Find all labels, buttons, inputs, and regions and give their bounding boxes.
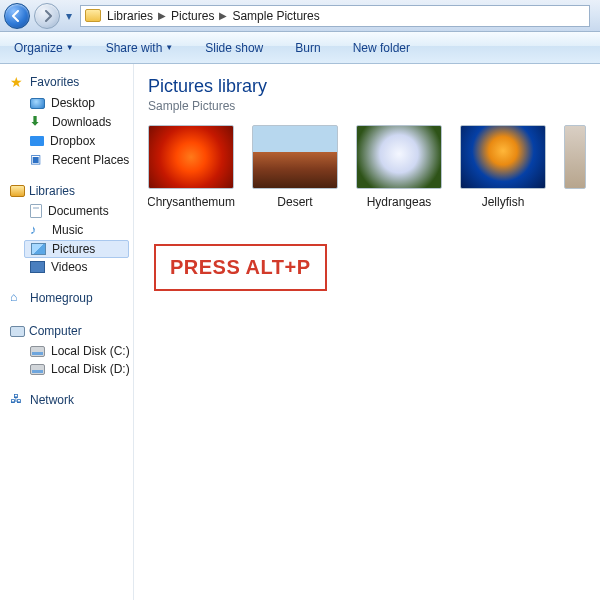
videos-icon: [30, 261, 45, 273]
nav-group-label: Homegroup: [30, 291, 93, 305]
instruction-overlay: PRESS ALT+P: [154, 244, 327, 291]
file-name: Hydrangeas: [367, 195, 432, 209]
nav-item-videos[interactable]: Videos: [0, 258, 133, 276]
nav-item-pictures[interactable]: Pictures: [24, 240, 129, 258]
organize-button[interactable]: Organize ▼: [10, 38, 78, 58]
music-icon: ♪: [30, 222, 46, 238]
slideshow-button[interactable]: Slide show: [201, 38, 267, 58]
library-title: Pictures library: [148, 76, 586, 97]
file-name: Jellyfish: [482, 195, 525, 209]
nav-history-dropdown[interactable]: ▾: [64, 9, 74, 23]
nav-item-music[interactable]: ♪Music: [0, 220, 133, 240]
nav-item-recent-places[interactable]: ▣Recent Places: [0, 150, 133, 170]
thumbnail-image: [148, 125, 234, 189]
breadcrumb[interactable]: Libraries▶ Pictures▶ Sample Pictures: [107, 9, 320, 23]
file-item-hydrangeas[interactable]: Hydrangeas: [356, 125, 442, 209]
address-bar[interactable]: Libraries▶ Pictures▶ Sample Pictures: [80, 5, 590, 27]
navigation-pane: ★ Favorites Desktop ⬇Downloads Dropbox ▣…: [0, 64, 134, 600]
address-bar-row: ▾ Libraries▶ Pictures▶ Sample Pictures: [0, 0, 600, 32]
burn-button[interactable]: Burn: [291, 38, 324, 58]
nav-group-favorites[interactable]: ★ Favorites: [0, 70, 133, 94]
new-folder-button[interactable]: New folder: [349, 38, 414, 58]
homegroup-icon: ⌂: [10, 290, 26, 306]
command-toolbar: Organize ▼ Share with ▼ Slide show Burn …: [0, 32, 600, 64]
chevron-down-icon: ▼: [66, 43, 74, 52]
network-icon: 🖧: [10, 392, 26, 408]
folder-icon: [85, 9, 101, 22]
thumbnail-image: [460, 125, 546, 189]
dropbox-icon: [30, 136, 44, 146]
share-with-button[interactable]: Share with ▼: [102, 38, 178, 58]
pictures-icon: [31, 243, 46, 255]
nav-group-label: Network: [30, 393, 74, 407]
chevron-right-icon: ▶: [214, 10, 232, 21]
disk-icon: [30, 346, 45, 357]
documents-icon: [30, 204, 42, 218]
nav-group-label: Libraries: [29, 184, 75, 198]
libraries-icon: [10, 185, 25, 197]
download-icon: ⬇: [30, 114, 46, 130]
nav-item-dropbox[interactable]: Dropbox: [0, 132, 133, 150]
desktop-icon: [30, 98, 45, 109]
nav-item-documents[interactable]: Documents: [0, 202, 133, 220]
breadcrumb-seg[interactable]: Libraries: [107, 9, 153, 23]
nav-item-downloads[interactable]: ⬇Downloads: [0, 112, 133, 132]
nav-item-disk-c[interactable]: Local Disk (C:): [0, 342, 133, 360]
file-item-chrysanthemum[interactable]: Chrysanthemum: [148, 125, 234, 209]
nav-item-disk-d[interactable]: Local Disk (D:): [0, 360, 133, 378]
thumbnail-grid: Chrysanthemum Desert Hydrangeas Jellyfis…: [148, 125, 586, 209]
nav-group-label: Favorites: [30, 75, 79, 89]
chevron-down-icon: ▼: [165, 43, 173, 52]
thumbnail-image: [252, 125, 338, 189]
recent-places-icon: ▣: [30, 152, 46, 168]
nav-group-libraries[interactable]: Libraries: [0, 180, 133, 202]
thumbnail-image: [564, 125, 586, 189]
nav-group-network[interactable]: 🖧 Network: [0, 388, 133, 412]
file-item-partial[interactable]: [564, 125, 586, 189]
content-pane: Pictures library Sample Pictures Chrysan…: [134, 64, 600, 600]
chevron-right-icon: ▶: [153, 10, 171, 21]
thumbnail-image: [356, 125, 442, 189]
nav-item-desktop[interactable]: Desktop: [0, 94, 133, 112]
breadcrumb-seg[interactable]: Pictures: [171, 9, 214, 23]
nav-group-label: Computer: [29, 324, 82, 338]
breadcrumb-seg[interactable]: Sample Pictures: [232, 9, 319, 23]
computer-icon: [10, 326, 25, 337]
nav-forward-button[interactable]: [34, 3, 60, 29]
star-icon: ★: [10, 74, 26, 90]
nav-group-computer[interactable]: Computer: [0, 320, 133, 342]
file-item-jellyfish[interactable]: Jellyfish: [460, 125, 546, 209]
disk-icon: [30, 364, 45, 375]
nav-back-button[interactable]: [4, 3, 30, 29]
library-subtitle: Sample Pictures: [148, 99, 586, 113]
file-name: Desert: [277, 195, 312, 209]
nav-group-homegroup[interactable]: ⌂ Homegroup: [0, 286, 133, 310]
file-item-desert[interactable]: Desert: [252, 125, 338, 209]
file-name: Chrysanthemum: [148, 195, 235, 209]
